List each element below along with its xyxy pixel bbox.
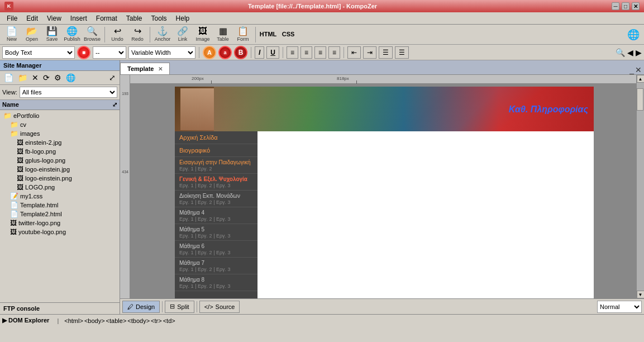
sm-new-folder-button[interactable]: 📁: [16, 73, 29, 83]
expand-tree-button[interactable]: ⤢: [112, 101, 117, 108]
nav-sub-m6-3[interactable]: Εργ. 3: [216, 250, 231, 255]
tree-item-cv[interactable]: 📁 cv: [8, 120, 118, 129]
menu-edit[interactable]: Edit: [22, 13, 42, 23]
dom-tbody-tag[interactable]: <tbody>: [127, 317, 150, 324]
tree-item-fblogo[interactable]: 🖼 fb-logo.png: [15, 147, 118, 156]
outdent-button[interactable]: ⇤: [347, 46, 361, 59]
view-select[interactable]: All files Site files: [20, 87, 117, 98]
font-decrease-button[interactable]: a: [218, 46, 232, 59]
sm-expand-button[interactable]: ⤢: [107, 73, 117, 83]
nav-sub-m5-3[interactable]: Εργ. 3: [216, 233, 231, 239]
nav-item-home[interactable]: Αρχική Σελίδα: [175, 131, 257, 144]
nav-sub-m6-1[interactable]: Εργ. 1: [179, 250, 194, 255]
anchor-button[interactable]: ⚓ Anchor: [153, 26, 172, 43]
menu-help[interactable]: Help: [171, 13, 194, 23]
browse-button[interactable]: 🔍 Browse: [83, 26, 102, 43]
scroll-down-button[interactable]: ▼: [637, 291, 645, 298]
nav-item-m7[interactable]: Μάθημα 7 Εργ. 1 | Εργ. 2 | Εργ. 3: [175, 258, 257, 274]
tree-item-template-html[interactable]: 📄 Template.html: [8, 201, 118, 210]
maximize-button[interactable]: □: [622, 2, 629, 10]
split-button[interactable]: ⊟ Split: [165, 301, 194, 313]
html-button[interactable]: HTML: [259, 26, 278, 43]
nav-item-m4[interactable]: Μάθημα 4 Εργ. 1 | Εργ. 2 | Εργ. 3: [175, 207, 257, 224]
menu-insert[interactable]: Insert: [66, 13, 92, 23]
css-button[interactable]: CSS: [279, 26, 298, 43]
dom-table-tag[interactable]: <table>: [106, 317, 127, 324]
tree-item-logo-einstein-png[interactable]: 🖼 logo-einstein.png: [15, 174, 118, 183]
tab-minimize-icon[interactable]: _: [629, 65, 634, 74]
tab-close-icon[interactable]: ✕: [158, 66, 163, 72]
search-icon[interactable]: 🔍: [616, 48, 625, 57]
dom-td-tag[interactable]: <td>: [163, 317, 175, 324]
nav-sub-m4-3[interactable]: Εργ. 3: [216, 216, 231, 222]
tree-item-gpluslogo[interactable]: 🖼 gplus-logo.png: [15, 156, 118, 165]
underline-button[interactable]: U: [266, 46, 279, 59]
tree-item-twitter-logo[interactable]: 🖼 twitter-logo.png: [8, 218, 118, 227]
search-prev-icon[interactable]: ◀: [627, 48, 633, 57]
ftp-console[interactable]: FTP console: [0, 302, 120, 314]
nav-sub-m5-2[interactable]: Εργ. 2: [198, 233, 212, 239]
nav-link-bio[interactable]: Βιογραφικό: [179, 147, 210, 154]
nav-link-psych[interactable]: Γενική & Εξελ. Ψυχολογία: [179, 176, 247, 182]
nav-link-intro[interactable]: Εισαγωγή στην Παιδαγωγική: [179, 159, 251, 165]
align-center-button[interactable]: ≡: [300, 46, 312, 59]
sm-new-file-button[interactable]: 📄: [2, 73, 15, 83]
dom-explorer-toggle[interactable]: ▶ DOM Explorer: [2, 317, 49, 324]
minimize-button[interactable]: ─: [612, 2, 619, 10]
nav-sub-m4-1[interactable]: Εργ. 1: [179, 216, 194, 222]
nav-sub-m8-3[interactable]: Εργ. 3: [216, 283, 231, 289]
save-button[interactable]: 💾 Save: [42, 26, 61, 43]
nav-item-psych[interactable]: Γενική & Εξελ. Ψυχολογία Εργ. 1 | Εργ. 2…: [175, 174, 257, 191]
sm-settings-button[interactable]: ⚙: [53, 73, 63, 83]
nav-sub-psych-3[interactable]: Εργ. 3: [216, 183, 231, 188]
redo-button[interactable]: ↪ Redo: [128, 26, 147, 43]
nav-sub-m7-1[interactable]: Εργ. 1: [179, 267, 194, 272]
design-button[interactable]: 🖊 Design: [122, 301, 160, 313]
sm-globe-button[interactable]: 🌐: [64, 73, 77, 83]
sm-refresh-button[interactable]: ⟳: [41, 73, 51, 83]
nav-sub-intro-2[interactable]: Εργ. 2: [198, 166, 212, 172]
nav-item-m5[interactable]: Μάθημα 5 Εργ. 1 | Εργ. 2 | Εργ. 3: [175, 224, 257, 241]
nav-sub-psych-2[interactable]: Εργ. 2: [198, 183, 212, 188]
nav-sub-m6-2[interactable]: Εργ. 2: [198, 250, 212, 255]
table-button[interactable]: ▦ Table: [213, 26, 232, 43]
new-button[interactable]: 📄 New: [2, 26, 21, 43]
nav-sub-admin-1[interactable]: Εργ. 1: [179, 200, 194, 205]
tree-root[interactable]: 📁 ePortfolio: [1, 111, 118, 120]
nav-item-admin[interactable]: Διοίκηση Εκπ. Μονάδων Εργ. 1 | Εργ. 2 | …: [175, 191, 257, 207]
scroll-track[interactable]: [637, 83, 644, 291]
close-button[interactable]: ✕: [632, 2, 640, 10]
menu-tools[interactable]: Tools: [147, 13, 171, 23]
menu-view[interactable]: View: [42, 13, 66, 23]
nav-sub-psych-1[interactable]: Εργ. 1: [179, 183, 194, 188]
tree-item-images[interactable]: 📁 images: [8, 129, 118, 138]
tab-close-all-icon[interactable]: ✕: [635, 65, 642, 74]
tree-item-logopng[interactable]: 🖼 LOGO.png: [15, 183, 118, 192]
nav-item-intro[interactable]: Εισαγωγή στην Παιδαγωγική Εργ. 1 | Εργ. …: [175, 157, 257, 174]
nav-item-m6[interactable]: Μάθημα 6 Εργ. 1 | Εργ. 2 | Εργ. 3: [175, 241, 257, 258]
menu-table[interactable]: Table: [122, 13, 147, 23]
width-select[interactable]: Variable Width Fixed Width: [128, 46, 195, 59]
font-increase-button[interactable]: A: [203, 46, 216, 59]
sm-delete-button[interactable]: ✕: [30, 73, 40, 83]
align-left-button[interactable]: ≡: [287, 46, 298, 59]
nav-sub-admin-2[interactable]: Εργ. 2: [198, 200, 212, 205]
nav-sub-admin-3[interactable]: Εργ. 3: [216, 200, 231, 205]
open-button[interactable]: 📂 Open: [22, 26, 41, 43]
undo-button[interactable]: ↩ Undo: [108, 26, 127, 43]
tree-item-my1css[interactable]: 📝 my1.css: [8, 192, 118, 201]
nav-item-m8[interactable]: Μάθημα 8 Εργ. 1 | Εργ. 2 | Εργ. 3: [175, 274, 257, 291]
nav-sub-m7-3[interactable]: Εργ. 3: [216, 267, 231, 272]
mode-select[interactable]: Normal Quirks Strict: [597, 301, 642, 313]
nav-sub-intro-1[interactable]: Εργ. 1: [179, 166, 194, 172]
menu-file[interactable]: File: [2, 13, 22, 23]
dom-tr-tag[interactable]: <tr>: [151, 317, 162, 324]
form-button[interactable]: 📋 Form: [233, 26, 252, 43]
align-justify-button[interactable]: ≡: [328, 46, 340, 59]
list-unordered-button[interactable]: ☰: [379, 46, 393, 59]
scroll-up-button[interactable]: ▲: [637, 75, 645, 83]
dom-body-tag[interactable]: <body>: [84, 317, 105, 324]
editor-tab-template[interactable]: Template ✕: [120, 63, 170, 74]
nav-sub-m4-2[interactable]: Εργ. 2: [198, 216, 212, 222]
search-next-icon[interactable]: ▶: [636, 48, 642, 57]
